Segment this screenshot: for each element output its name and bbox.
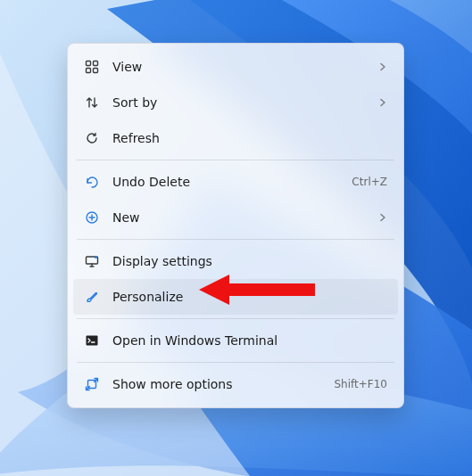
menu-item-shortcut: Ctrl+Z [352,176,387,188]
svg-rect-1 [87,62,91,66]
menu-item-label: Refresh [112,131,387,145]
svg-rect-4 [94,69,98,73]
monitor-gear-icon [84,253,100,269]
menu-item-display-settings[interactable]: Display settings [73,243,398,279]
chevron-right-icon [378,60,387,74]
svg-point-7 [95,256,97,259]
menu-item-shortcut: Shift+F10 [334,378,387,390]
menu-item-sort-by[interactable]: Sort by [73,85,398,120]
menu-item-new[interactable]: New [73,200,398,235]
expand-window-icon [84,376,100,392]
plus-circle-icon [84,209,100,226]
menu-item-label: Sort by [112,95,378,110]
menu-separator [77,318,394,319]
menu-item-label: Display settings [112,254,387,268]
menu-separator [77,160,394,160]
menu-item-label: Undo Delete [112,175,352,189]
grid-4-icon [84,59,100,75]
menu-item-label: Personalize [112,290,387,304]
svg-rect-8 [87,336,98,346]
undo-icon [84,174,100,190]
desktop-context-menu: ViewSort byRefreshUndo DeleteCtrl+ZNewDi… [67,43,404,408]
chevron-right-icon [378,95,387,110]
svg-rect-3 [87,69,91,73]
refresh-circle-icon [84,130,100,146]
chevron-right-icon [378,210,387,225]
menu-item-open-in-windows-terminal[interactable]: Open in Windows Terminal [73,323,398,358]
menu-item-show-more-options[interactable]: Show more optionsShift+F10 [73,366,398,402]
svg-rect-2 [94,62,98,66]
menu-item-undo-delete[interactable]: Undo DeleteCtrl+Z [73,164,398,200]
sort-arrows-icon [84,94,100,111]
menu-item-label: New [112,210,378,225]
paint-brush-icon [84,289,100,305]
menu-item-label: View [112,60,378,74]
menu-separator [77,239,394,240]
menu-item-refresh[interactable]: Refresh [73,120,398,156]
menu-item-label: Show more options [112,377,334,391]
menu-item-label: Open in Windows Terminal [112,333,387,348]
menu-separator [77,362,394,363]
menu-item-personalize[interactable]: Personalize [73,279,398,315]
menu-item-view[interactable]: View [73,49,398,85]
terminal-icon [84,332,100,349]
